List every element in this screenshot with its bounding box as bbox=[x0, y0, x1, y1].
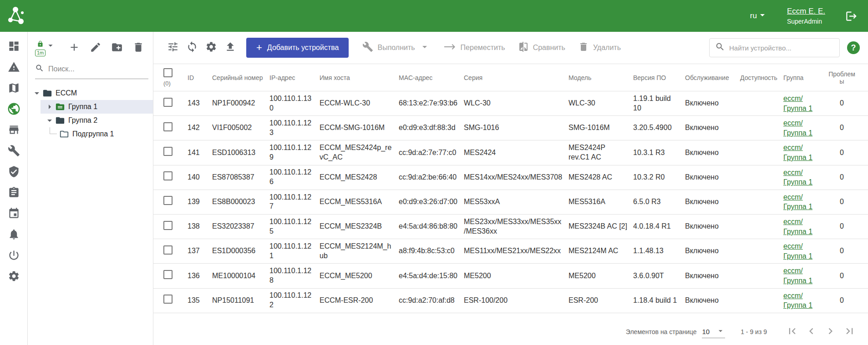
first-page-button[interactable] bbox=[782, 322, 802, 341]
row-checkbox[interactable] bbox=[163, 245, 173, 255]
execute-button[interactable]: Выполнить bbox=[362, 41, 430, 54]
row-checkbox[interactable] bbox=[163, 171, 173, 180]
cell-series: MES23xx/MES33xx/MES35xx/MES36xx bbox=[464, 214, 569, 239]
add-devices-button[interactable]: + Добавить устройства bbox=[246, 38, 349, 58]
sidebar-item-notifications[interactable] bbox=[0, 225, 27, 245]
sidebar-item-tasks[interactable] bbox=[0, 183, 27, 204]
sidebar-item-infrastructure[interactable] bbox=[0, 120, 27, 141]
tree-node-eccm[interactable]: ECCM bbox=[28, 86, 153, 100]
cell-hostname: ECCM-ESR-200 bbox=[320, 288, 399, 313]
group-link[interactable]: eccm/ Группа 1 bbox=[783, 192, 821, 212]
cell-ip: 100.110.1.121 bbox=[269, 239, 320, 264]
cell-maintenance: Включено bbox=[685, 264, 740, 288]
cell-problems: 0 bbox=[827, 264, 868, 288]
tree-node-group1[interactable]: Группа 1 bbox=[41, 100, 153, 114]
cell-maintenance: Включено bbox=[685, 165, 740, 190]
sidebar-item-dashboard[interactable] bbox=[0, 36, 27, 57]
cell-ip: 100.110.1.129 bbox=[269, 140, 320, 165]
group-link[interactable]: eccm/ Группа 1 bbox=[783, 94, 821, 113]
group-link[interactable]: eccm/ Группа 1 bbox=[783, 168, 821, 187]
previous-page-button[interactable] bbox=[802, 322, 821, 341]
compare-button[interactable]: Сравнить bbox=[518, 41, 565, 54]
header-right: ru Eccm E. E. SuperAdmin bbox=[750, 7, 858, 25]
cell-availability bbox=[740, 264, 783, 288]
tree-node-subgroup1[interactable]: Подгруппа 1 bbox=[50, 127, 153, 141]
sidebar-item-network-map[interactable] bbox=[0, 78, 27, 99]
next-page-button[interactable] bbox=[821, 322, 840, 341]
page-size-value: 10 bbox=[702, 328, 710, 335]
group-link[interactable]: eccm/ Группа 1 bbox=[783, 217, 821, 236]
user-name-link[interactable]: Eccm E. E. bbox=[787, 7, 825, 16]
group-link[interactable]: eccm/ Группа 1 bbox=[783, 118, 821, 138]
sidebar-item-settings[interactable] bbox=[0, 266, 27, 287]
cell-problems: 0 bbox=[827, 91, 868, 116]
cell-ip: 100.110.1.125 bbox=[269, 214, 320, 239]
sidebar-item-problems[interactable] bbox=[0, 57, 27, 78]
logout-icon[interactable] bbox=[844, 9, 858, 23]
delete-label: Удалить bbox=[593, 44, 621, 52]
filter-button[interactable] bbox=[163, 38, 183, 57]
sidebar-item-monitoring[interactable] bbox=[0, 245, 27, 266]
table-row[interactable]: 140 ES87085387 100.110.1.126 ECCM_MES242… bbox=[153, 165, 868, 190]
cell-serial: NP15011091 bbox=[212, 288, 269, 313]
cell-serial: NP1F000942 bbox=[212, 91, 269, 116]
table-row[interactable]: 139 ES8B000023 100.110.1.127 ECCM_MES531… bbox=[153, 190, 868, 214]
edit-group-button[interactable] bbox=[89, 42, 102, 55]
row-checkbox[interactable] bbox=[163, 196, 173, 205]
group-link[interactable]: eccm/ Группа 1 bbox=[783, 291, 821, 310]
row-checkbox[interactable] bbox=[163, 221, 173, 230]
sidebar-item-maintenance[interactable] bbox=[0, 141, 27, 162]
add-group-button[interactable] bbox=[68, 42, 81, 55]
delete-group-button[interactable] bbox=[132, 42, 145, 55]
group-link[interactable]: eccm/ Группа 1 bbox=[783, 266, 821, 285]
language-selector[interactable]: ru bbox=[750, 10, 768, 23]
sidebar-item-devices[interactable] bbox=[0, 99, 27, 120]
add-folder-button[interactable] bbox=[111, 42, 123, 55]
select-all-checkbox[interactable] bbox=[163, 68, 173, 77]
column-header-model: Модель bbox=[569, 64, 633, 91]
table-row[interactable]: 142 VI1F005002 100.110.1.123 ECCM-SMG-10… bbox=[153, 116, 868, 140]
table-row[interactable]: 136 ME10000104 100.110.1.128 ECCM_ME5200… bbox=[153, 264, 868, 288]
cell-serial: ES1D000356 bbox=[212, 239, 269, 264]
device-search-input[interactable] bbox=[729, 44, 834, 52]
store-icon bbox=[8, 124, 20, 138]
devices-content: + Добавить устройства Выполнить Перемест… bbox=[153, 32, 868, 345]
tree-search-input[interactable] bbox=[48, 65, 148, 73]
cell-availability bbox=[740, 116, 783, 140]
table-row[interactable]: 143 NP1F000942 100.110.1.130 ECCM-WLC-30… bbox=[153, 91, 868, 116]
sync-period-selector[interactable]: 1m bbox=[35, 40, 56, 56]
table-row[interactable]: 141 ESD1006313 100.110.1.129 ECCM_MES242… bbox=[153, 140, 868, 165]
eltex-logo-icon[interactable] bbox=[5, 5, 27, 27]
cell-hostname: ECCM_MES2124M_hub bbox=[320, 239, 399, 264]
delete-devices-button[interactable]: Удалить bbox=[578, 41, 621, 54]
row-checkbox[interactable] bbox=[163, 122, 173, 131]
cell-model: SMG-1016M bbox=[569, 116, 633, 140]
group-link[interactable]: eccm/ Группа 1 bbox=[783, 241, 821, 261]
group-link[interactable]: eccm/ Группа 1 bbox=[783, 143, 821, 162]
eccm-app: ru Eccm E. E. SuperAdmin bbox=[0, 0, 868, 345]
table-row[interactable]: 135 NP15011091 100.110.1.122 ECCM-ESR-20… bbox=[153, 288, 868, 313]
row-checkbox[interactable] bbox=[163, 295, 173, 304]
table-settings-button[interactable] bbox=[202, 38, 221, 57]
selection-count: (0) bbox=[163, 80, 182, 87]
move-button[interactable]: Переместить bbox=[443, 41, 505, 54]
pencil-icon bbox=[90, 41, 102, 55]
sidebar-item-security[interactable] bbox=[0, 162, 27, 183]
row-checkbox[interactable] bbox=[163, 98, 173, 107]
help-button[interactable]: ? bbox=[847, 41, 860, 54]
sidebar-item-schedule[interactable] bbox=[0, 204, 27, 225]
upload-icon bbox=[224, 41, 236, 55]
last-page-button[interactable] bbox=[840, 322, 859, 341]
column-header-problems: Проблемы bbox=[827, 64, 868, 91]
table-row[interactable]: 138 ES32023387 100.110.1.125 ECCM_MES232… bbox=[153, 214, 868, 239]
cell-firmware: 1.18.4 build 1 bbox=[633, 288, 685, 313]
column-header-hostname: Имя хоста bbox=[320, 64, 399, 91]
page-size-select[interactable]: 10 bbox=[702, 325, 725, 338]
cell-availability bbox=[740, 288, 783, 313]
table-row[interactable]: 137 ES1D000356 100.110.1.121 ECCM_MES212… bbox=[153, 239, 868, 264]
row-checkbox[interactable] bbox=[163, 270, 173, 279]
upload-button[interactable] bbox=[221, 38, 240, 57]
tree-node-group2[interactable]: Группа 2 bbox=[41, 114, 153, 127]
row-checkbox[interactable] bbox=[163, 147, 173, 156]
refresh-button[interactable] bbox=[183, 38, 202, 57]
